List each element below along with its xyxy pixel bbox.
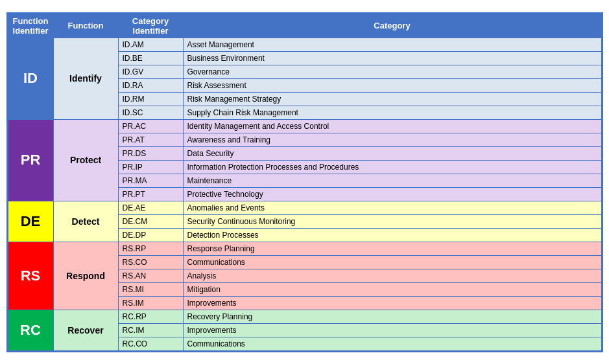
category-cell: Mitigation: [183, 282, 601, 296]
func-id-cell-de: DE: [8, 201, 53, 242]
func-name-cell-id: Identify: [53, 38, 118, 119]
cat-id-cell: RC.CO: [118, 337, 183, 350]
cat-id-cell: PR.MA: [118, 174, 183, 187]
func-id-cell-pr: PR: [8, 119, 53, 201]
category-cell: Business Environment: [183, 51, 601, 65]
cat-id-cell: DE.CM: [118, 214, 183, 228]
category-cell: Data Security: [183, 146, 601, 160]
table-row: PRProtectPR.ACIdentity Management and Ac…: [8, 119, 601, 133]
category-cell: Communications: [183, 337, 601, 350]
header-func: Function: [53, 14, 118, 38]
cat-id-cell: PR.AT: [118, 133, 183, 146]
cat-id-cell: ID.GV: [118, 65, 183, 78]
cat-id-cell: DE.DP: [118, 228, 183, 242]
framework-table: Function Identifier Function Category Id…: [8, 14, 602, 351]
category-cell: Identity Management and Access Control: [183, 119, 601, 133]
category-cell: Improvements: [183, 296, 601, 310]
func-name-cell-rc: Recover: [53, 310, 118, 350]
cat-id-cell: RC.IM: [118, 323, 183, 337]
category-cell: Recovery Planning: [183, 310, 601, 323]
header-func-id: Function Identifier: [8, 14, 53, 38]
header-row: Function Identifier Function Category Id…: [8, 14, 601, 38]
cat-id-cell: ID.RA: [118, 78, 183, 92]
header-cat-id: Category Identifier: [118, 14, 183, 38]
cat-id-cell: RS.RP: [118, 242, 183, 255]
cat-id-cell: DE.AE: [118, 201, 183, 214]
category-cell: Detection Processes: [183, 228, 601, 242]
cat-id-cell: PR.PT: [118, 187, 183, 201]
cat-id-cell: RS.MI: [118, 282, 183, 296]
category-cell: Maintenance: [183, 174, 601, 187]
category-cell: Risk Assessment: [183, 78, 601, 92]
table-row: IDIdentifyID.AMAsset Management: [8, 38, 601, 51]
category-cell: Awareness and Training: [183, 133, 601, 146]
func-name-cell-pr: Protect: [53, 119, 118, 201]
cat-id-cell: ID.SC: [118, 106, 183, 119]
cat-id-cell: PR.IP: [118, 160, 183, 174]
category-cell: Information Protection Processes and Pro…: [183, 160, 601, 174]
category-cell: Communications: [183, 255, 601, 269]
category-cell: Analysis: [183, 269, 601, 282]
category-cell: Asset Management: [183, 38, 601, 51]
func-name-cell-de: Detect: [53, 201, 118, 242]
category-cell: Protective Technology: [183, 187, 601, 201]
table-row: RCRecoverRC.RPRecovery Planning: [8, 310, 601, 323]
table-row: DEDetectDE.AEAnomalies and Events: [8, 201, 601, 214]
cat-id-cell: PR.AC: [118, 119, 183, 133]
func-id-cell-rs: RS: [8, 242, 53, 310]
category-cell: Risk Management Strategy: [183, 92, 601, 106]
category-cell: Governance: [183, 65, 601, 78]
func-name-cell-rs: Respond: [53, 242, 118, 310]
cat-id-cell: RS.AN: [118, 269, 183, 282]
category-cell: Improvements: [183, 323, 601, 337]
cat-id-cell: ID.BE: [118, 51, 183, 65]
category-cell: Security Continuous Monitoring: [183, 214, 601, 228]
category-cell: Supply Chain Risk Management: [183, 106, 601, 119]
cat-id-cell: ID.RM: [118, 92, 183, 106]
category-cell: Anomalies and Events: [183, 201, 601, 214]
cat-id-cell: RS.CO: [118, 255, 183, 269]
func-id-cell-rc: RC: [8, 310, 53, 350]
cat-id-cell: RC.RP: [118, 310, 183, 323]
cat-id-cell: PR.DS: [118, 146, 183, 160]
cat-id-cell: ID.AM: [118, 38, 183, 51]
table-row: RSRespondRS.RPResponse Planning: [8, 242, 601, 255]
table-body: IDIdentifyID.AMAsset ManagementID.BEBusi…: [8, 38, 601, 350]
main-table-wrapper: Function Identifier Function Category Id…: [6, 12, 603, 352]
cat-id-cell: RS.IM: [118, 296, 183, 310]
category-cell: Response Planning: [183, 242, 601, 255]
func-id-cell-id: ID: [8, 38, 53, 119]
header-category: Category: [183, 14, 601, 38]
